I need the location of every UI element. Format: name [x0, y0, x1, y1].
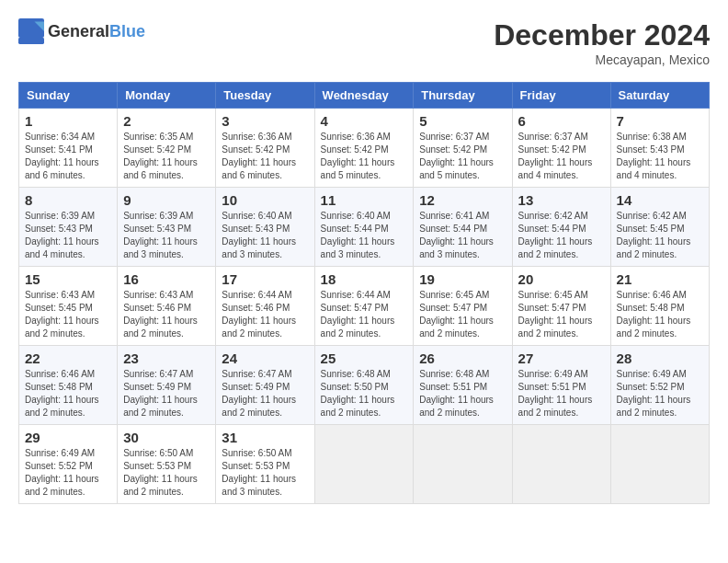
calendar-cell: 23Sunrise: 6:47 AM Sunset: 5:49 PM Dayli…: [118, 346, 216, 425]
day-info: Sunrise: 6:36 AM Sunset: 5:42 PM Dayligh…: [222, 131, 308, 182]
title-area: December 2024 Mecayapan, Mexico: [494, 18, 710, 67]
logo-icon: [18, 18, 44, 44]
day-number: 14: [617, 192, 703, 208]
calendar-cell: 26Sunrise: 6:48 AM Sunset: 5:51 PM Dayli…: [414, 346, 512, 425]
header-tuesday: Tuesday: [216, 83, 314, 109]
calendar-cell: 25Sunrise: 6:48 AM Sunset: 5:50 PM Dayli…: [314, 346, 414, 425]
day-info: Sunrise: 6:49 AM Sunset: 5:52 PM Dayligh…: [617, 368, 703, 419]
day-info: Sunrise: 6:42 AM Sunset: 5:44 PM Dayligh…: [518, 210, 605, 261]
day-number: 8: [25, 192, 111, 208]
calendar-cell: 17Sunrise: 6:44 AM Sunset: 5:46 PM Dayli…: [216, 267, 314, 346]
calendar-cell: 22Sunrise: 6:46 AM Sunset: 5:48 PM Dayli…: [19, 346, 118, 425]
day-number: 28: [617, 350, 703, 366]
day-number: 15: [25, 271, 111, 287]
calendar-cell: 28Sunrise: 6:49 AM Sunset: 5:52 PM Dayli…: [610, 346, 709, 425]
calendar-cell: 5Sunrise: 6:37 AM Sunset: 5:42 PM Daylig…: [414, 109, 512, 188]
day-number: 24: [222, 350, 308, 366]
calendar-cell: 9Sunrise: 6:39 AM Sunset: 5:43 PM Daylig…: [118, 188, 216, 267]
day-info: Sunrise: 6:48 AM Sunset: 5:51 PM Dayligh…: [419, 368, 506, 419]
day-info: Sunrise: 6:40 AM Sunset: 5:43 PM Dayligh…: [222, 210, 308, 261]
calendar-cell: 15Sunrise: 6:43 AM Sunset: 5:45 PM Dayli…: [19, 267, 118, 346]
svg-rect-2: [18, 38, 44, 44]
week-row-1: 1Sunrise: 6:34 AM Sunset: 5:41 PM Daylig…: [19, 109, 710, 188]
day-number: 22: [25, 350, 111, 366]
day-number: 7: [617, 113, 703, 129]
calendar-cell: [512, 425, 610, 504]
day-number: 13: [518, 192, 605, 208]
calendar-cell: 27Sunrise: 6:49 AM Sunset: 5:51 PM Dayli…: [512, 346, 610, 425]
day-number: 16: [123, 271, 210, 287]
week-row-2: 8Sunrise: 6:39 AM Sunset: 5:43 PM Daylig…: [19, 188, 710, 267]
calendar-cell: [414, 425, 512, 504]
day-number: 31: [222, 430, 308, 445]
location: Mecayapan, Mexico: [494, 52, 710, 67]
logo: General Blue: [18, 18, 145, 44]
month-title: December 2024: [494, 18, 710, 52]
day-number: 23: [123, 350, 210, 366]
day-info: Sunrise: 6:39 AM Sunset: 5:43 PM Dayligh…: [123, 210, 210, 261]
calendar-cell: 6Sunrise: 6:37 AM Sunset: 5:42 PM Daylig…: [512, 109, 610, 188]
day-number: 1: [25, 113, 111, 129]
day-number: 12: [419, 192, 506, 208]
calendar-cell: 19Sunrise: 6:45 AM Sunset: 5:47 PM Dayli…: [414, 267, 512, 346]
day-number: 18: [321, 271, 408, 287]
day-number: 6: [518, 113, 605, 129]
calendar-cell: 8Sunrise: 6:39 AM Sunset: 5:43 PM Daylig…: [19, 188, 118, 267]
day-info: Sunrise: 6:44 AM Sunset: 5:46 PM Dayligh…: [222, 289, 308, 340]
calendar-cell: 1Sunrise: 6:34 AM Sunset: 5:41 PM Daylig…: [19, 109, 118, 188]
day-info: Sunrise: 6:41 AM Sunset: 5:44 PM Dayligh…: [419, 210, 506, 261]
calendar-cell: 12Sunrise: 6:41 AM Sunset: 5:44 PM Dayli…: [414, 188, 512, 267]
day-info: Sunrise: 6:44 AM Sunset: 5:47 PM Dayligh…: [321, 289, 408, 340]
day-info: Sunrise: 6:47 AM Sunset: 5:49 PM Dayligh…: [222, 368, 308, 419]
day-number: 17: [222, 271, 308, 287]
day-number: 2: [123, 113, 210, 129]
day-number: 3: [222, 113, 308, 129]
calendar-cell: 24Sunrise: 6:47 AM Sunset: 5:49 PM Dayli…: [216, 346, 314, 425]
day-number: 11: [321, 192, 408, 208]
calendar-cell: 2Sunrise: 6:35 AM Sunset: 5:42 PM Daylig…: [118, 109, 216, 188]
header-monday: Monday: [118, 83, 216, 109]
day-info: Sunrise: 6:45 AM Sunset: 5:47 PM Dayligh…: [419, 289, 506, 340]
calendar-cell: 29Sunrise: 6:49 AM Sunset: 5:52 PM Dayli…: [19, 425, 118, 504]
logo-text-general: General: [48, 22, 109, 41]
day-info: Sunrise: 6:37 AM Sunset: 5:42 PM Dayligh…: [419, 131, 506, 182]
calendar-cell: [610, 425, 709, 504]
calendar-cell: [314, 425, 414, 504]
header-sunday: Sunday: [19, 83, 118, 109]
header-wednesday: Wednesday: [314, 83, 414, 109]
day-number: 21: [617, 271, 703, 287]
day-info: Sunrise: 6:50 AM Sunset: 5:53 PM Dayligh…: [222, 447, 308, 499]
calendar-header-row: SundayMondayTuesdayWednesdayThursdayFrid…: [19, 83, 710, 109]
calendar-cell: 3Sunrise: 6:36 AM Sunset: 5:42 PM Daylig…: [216, 109, 314, 188]
day-number: 19: [419, 271, 506, 287]
day-number: 4: [321, 113, 408, 129]
day-info: Sunrise: 6:35 AM Sunset: 5:42 PM Dayligh…: [123, 131, 210, 182]
week-row-4: 22Sunrise: 6:46 AM Sunset: 5:48 PM Dayli…: [19, 346, 710, 425]
day-number: 10: [222, 192, 308, 208]
day-info: Sunrise: 6:34 AM Sunset: 5:41 PM Dayligh…: [25, 131, 111, 182]
week-row-5: 29Sunrise: 6:49 AM Sunset: 5:52 PM Dayli…: [19, 425, 710, 504]
day-info: Sunrise: 6:50 AM Sunset: 5:53 PM Dayligh…: [123, 447, 210, 499]
day-info: Sunrise: 6:37 AM Sunset: 5:42 PM Dayligh…: [518, 131, 605, 182]
logo-text-blue: Blue: [109, 22, 145, 41]
day-info: Sunrise: 6:46 AM Sunset: 5:48 PM Dayligh…: [617, 289, 703, 340]
calendar-cell: 31Sunrise: 6:50 AM Sunset: 5:53 PM Dayli…: [216, 425, 314, 504]
calendar-cell: 18Sunrise: 6:44 AM Sunset: 5:47 PM Dayli…: [314, 267, 414, 346]
day-info: Sunrise: 6:39 AM Sunset: 5:43 PM Dayligh…: [25, 210, 111, 261]
day-number: 29: [25, 430, 111, 445]
day-number: 25: [321, 350, 408, 366]
calendar-cell: 30Sunrise: 6:50 AM Sunset: 5:53 PM Dayli…: [118, 425, 216, 504]
header-saturday: Saturday: [610, 83, 709, 109]
day-info: Sunrise: 6:49 AM Sunset: 5:52 PM Dayligh…: [25, 447, 111, 499]
day-number: 27: [518, 350, 605, 366]
day-info: Sunrise: 6:40 AM Sunset: 5:44 PM Dayligh…: [321, 210, 408, 261]
calendar-cell: 13Sunrise: 6:42 AM Sunset: 5:44 PM Dayli…: [512, 188, 610, 267]
day-info: Sunrise: 6:48 AM Sunset: 5:50 PM Dayligh…: [321, 368, 408, 419]
calendar: SundayMondayTuesdayWednesdayThursdayFrid…: [18, 82, 710, 504]
calendar-cell: 21Sunrise: 6:46 AM Sunset: 5:48 PM Dayli…: [610, 267, 709, 346]
header-thursday: Thursday: [414, 83, 512, 109]
day-info: Sunrise: 6:36 AM Sunset: 5:42 PM Dayligh…: [321, 131, 408, 182]
day-info: Sunrise: 6:47 AM Sunset: 5:49 PM Dayligh…: [123, 368, 210, 419]
svg-rect-0: [18, 18, 44, 38]
calendar-cell: 10Sunrise: 6:40 AM Sunset: 5:43 PM Dayli…: [216, 188, 314, 267]
